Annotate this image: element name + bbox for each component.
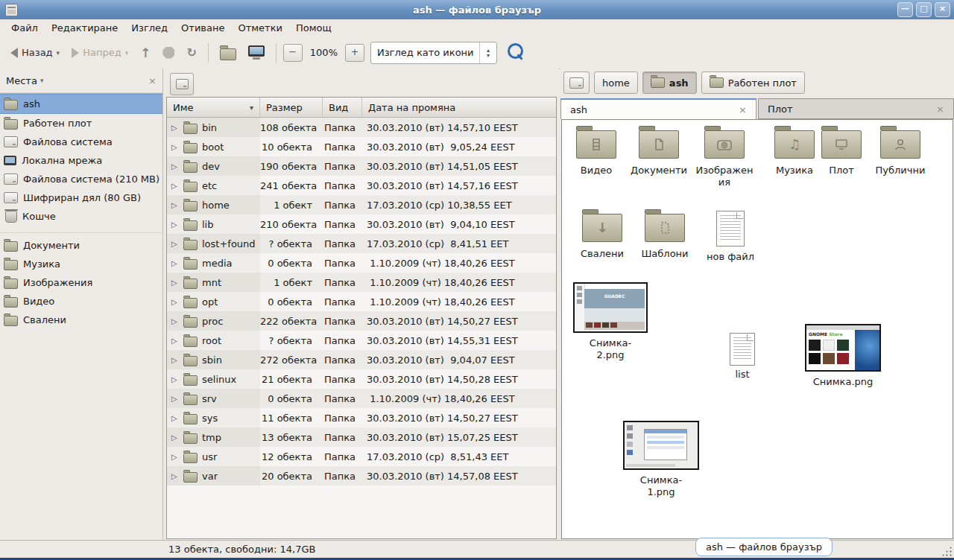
icon-item-list[interactable]: list bbox=[720, 333, 765, 381]
titlebar[interactable]: ash — файлов браузър — □ × bbox=[0, 0, 954, 20]
table-row[interactable]: ▷dev190 обектаПапка30.03.2010 (вт) 14,51… bbox=[167, 156, 556, 176]
expander-icon[interactable]: ▷ bbox=[171, 259, 179, 267]
search-icon[interactable] bbox=[508, 43, 523, 59]
icon-item-snimka2[interactable]: GUADEC Снимка-2.png bbox=[573, 282, 648, 360]
expander-icon[interactable]: ▷ bbox=[171, 220, 179, 229]
sidebar-close-icon[interactable]: × bbox=[148, 75, 157, 86]
expander-icon[interactable]: ▷ bbox=[171, 414, 179, 422]
expander-icon[interactable]: ▷ bbox=[171, 395, 179, 403]
zoom-in-button[interactable]: + bbox=[345, 44, 364, 62]
expander-icon[interactable]: ▷ bbox=[171, 124, 179, 132]
icon-item-desktop[interactable]: Плот bbox=[815, 130, 868, 176]
table-row[interactable]: ▷bin108 обектаПапка30.03.2010 (вт) 14,57… bbox=[167, 118, 556, 137]
expander-icon[interactable]: ▷ bbox=[171, 337, 179, 345]
column-header-size[interactable]: Размер bbox=[260, 98, 323, 117]
icon-item-snimka1[interactable]: Снимка-1.png bbox=[623, 421, 699, 497]
sidebar-item-downloads[interactable]: Свалени bbox=[0, 311, 162, 329]
path-current-button[interactable]: ash bbox=[642, 71, 697, 94]
expander-icon[interactable]: ▷ bbox=[171, 279, 179, 287]
table-row[interactable]: ▷lib210 обектаПапка30.03.2010 (вт) 9,04,… bbox=[167, 214, 556, 234]
sidebar-title[interactable]: Места bbox=[6, 75, 37, 86]
icon-item-public[interactable]: Публични bbox=[866, 130, 935, 176]
expander-icon[interactable]: ▷ bbox=[171, 356, 179, 364]
expander-icon[interactable]: ▷ bbox=[171, 240, 179, 248]
sidebar-item-filesystem[interactable]: Файлова система bbox=[0, 133, 162, 151]
expander-icon[interactable]: ▷ bbox=[171, 298, 179, 306]
table-row[interactable]: ▷boot10 обектаПапка30.03.2010 (вт) 9,05,… bbox=[167, 137, 556, 156]
window-list-button[interactable]: ash — файлов браузър bbox=[695, 538, 833, 556]
expander-icon[interactable]: ▷ bbox=[171, 317, 179, 325]
menu-edit[interactable]: Редактиране bbox=[45, 21, 124, 35]
table-row[interactable]: ▷selinux21 обектаПапка30.03.2010 (вт) 14… bbox=[167, 369, 556, 389]
tab-close-icon[interactable]: × bbox=[739, 104, 747, 115]
menu-go[interactable]: Отиване bbox=[174, 21, 231, 35]
table-row[interactable]: ▷var20 обектаПапка30.03.2010 (вт) 14,57,… bbox=[167, 466, 556, 486]
sidebar-item-documents[interactable]: Документи bbox=[0, 236, 162, 255]
forward-button[interactable]: Напред ▾ bbox=[67, 44, 133, 61]
icon-item-pictures[interactable]: Изображения bbox=[695, 130, 754, 188]
expander-icon[interactable]: ▷ bbox=[171, 143, 179, 151]
table-row[interactable]: ▷root? обектаПапка30.03.2010 (вт) 14,55,… bbox=[167, 331, 556, 350]
sidebar-item-network[interactable]: Локална мрежа bbox=[0, 151, 162, 170]
computer-button[interactable] bbox=[244, 42, 269, 63]
tab-close-icon[interactable]: × bbox=[936, 104, 944, 115]
tab-ash[interactable]: ash × bbox=[560, 98, 756, 119]
table-row[interactable]: ▷opt0 обектаПапка 1.10.2009 (чт) 18,40,2… bbox=[167, 292, 556, 311]
view-mode-select[interactable]: Изглед като икони ▴ ▾ bbox=[370, 42, 497, 64]
zoom-out-button[interactable]: − bbox=[283, 44, 303, 62]
sidebar-dropdown-icon[interactable]: ▾ bbox=[40, 77, 44, 84]
resize-grip[interactable] bbox=[941, 546, 952, 556]
expander-icon[interactable]: ▷ bbox=[171, 162, 179, 171]
table-row[interactable]: ▷sbin272 обектаПапка30.03.2010 (вт) 9,04… bbox=[167, 350, 556, 369]
sidebar-item-pictures[interactable]: Изображения bbox=[0, 273, 162, 292]
sidebar-item-trash[interactable]: Кошче bbox=[0, 207, 162, 226]
sidebar-item-home[interactable]: ash bbox=[0, 94, 162, 114]
table-row[interactable]: ▷srv0 обектаПапка 1.10.2009 (чт) 18,40,2… bbox=[167, 389, 556, 408]
column-header-type[interactable]: Вид bbox=[323, 98, 362, 117]
home-button[interactable] bbox=[215, 42, 241, 63]
combo-arrows-icon[interactable]: ▴ ▾ bbox=[479, 42, 496, 63]
up-button[interactable]: ↑ bbox=[136, 42, 155, 63]
minimize-button[interactable]: — bbox=[897, 2, 913, 17]
tab-desktop[interactable]: Плот × bbox=[758, 98, 954, 119]
icon-item-documents[interactable]: Документи bbox=[625, 130, 693, 176]
icon-item-new-file[interactable]: нов файл bbox=[696, 211, 765, 263]
icon-item-snimka[interactable]: GNOME Store Снимка.png bbox=[805, 324, 881, 388]
table-row[interactable]: ▷media0 обектаПапка 1.10.2009 (чт) 18,40… bbox=[167, 253, 556, 273]
path-root-button[interactable] bbox=[563, 71, 590, 94]
maximize-button[interactable]: □ bbox=[916, 2, 932, 17]
menu-file[interactable]: Файл bbox=[4, 21, 45, 35]
table-row[interactable]: ▷etc241 обектаПапка30.03.2010 (вт) 14,57… bbox=[167, 176, 556, 195]
expander-icon[interactable]: ▷ bbox=[171, 375, 179, 384]
table-row[interactable]: ▷proc222 обектаПапка30.03.2010 (вт) 14,5… bbox=[167, 311, 556, 331]
path-desktop-button[interactable]: Работен плот bbox=[701, 71, 805, 94]
icon-item-videos[interactable]: Видео bbox=[562, 130, 631, 176]
sidebar-item-filesystem-210mb[interactable]: Файлова система (210 MB) bbox=[0, 170, 162, 188]
back-button[interactable]: Назад ▾ bbox=[6, 44, 64, 61]
table-row[interactable]: ▷mnt1 обектПапка 1.10.2009 (чт) 18,40,26… bbox=[167, 273, 556, 292]
expander-icon[interactable]: ▷ bbox=[171, 472, 179, 480]
icon-grid[interactable]: Видео Документи Изображения ♫ Музика bbox=[561, 119, 953, 539]
location-button[interactable] bbox=[170, 73, 194, 95]
table-row[interactable]: ▷sys11 обектаПапка30.03.2010 (вт) 14,50,… bbox=[167, 408, 556, 427]
table-row[interactable]: ▷usr12 обектаПапка17.03.2010 (ср) 8,51,4… bbox=[167, 447, 556, 466]
back-dropdown-icon[interactable]: ▾ bbox=[57, 49, 60, 57]
path-home-button[interactable]: home bbox=[594, 71, 638, 94]
reload-button[interactable]: ↻ bbox=[182, 42, 200, 63]
table-row[interactable]: ▷lost+found? обектаПапка17.03.2010 (ср) … bbox=[167, 234, 556, 253]
column-header-name[interactable]: Име ▾ bbox=[167, 98, 260, 117]
sidebar-item-videos[interactable]: Видео bbox=[0, 292, 162, 311]
icon-item-templates[interactable]: Шаблони bbox=[631, 214, 699, 260]
expander-icon[interactable]: ▷ bbox=[171, 201, 179, 209]
sidebar-item-music[interactable]: Музика bbox=[0, 255, 162, 273]
menu-help[interactable]: Помощ bbox=[289, 21, 338, 35]
expander-icon[interactable]: ▷ bbox=[171, 453, 179, 461]
icon-item-downloads[interactable]: ↓ Свалени bbox=[568, 214, 636, 260]
forward-dropdown-icon[interactable]: ▾ bbox=[125, 49, 129, 57]
column-header-date[interactable]: Дата на промяна bbox=[362, 98, 556, 117]
table-row[interactable]: ▷tmp13 обектаПапка30.03.2010 (вт) 15,07,… bbox=[167, 427, 556, 447]
expander-icon[interactable]: ▷ bbox=[171, 433, 179, 442]
stop-button[interactable] bbox=[158, 44, 179, 62]
expander-icon[interactable]: ▷ bbox=[171, 182, 179, 190]
close-button[interactable]: × bbox=[935, 2, 950, 17]
